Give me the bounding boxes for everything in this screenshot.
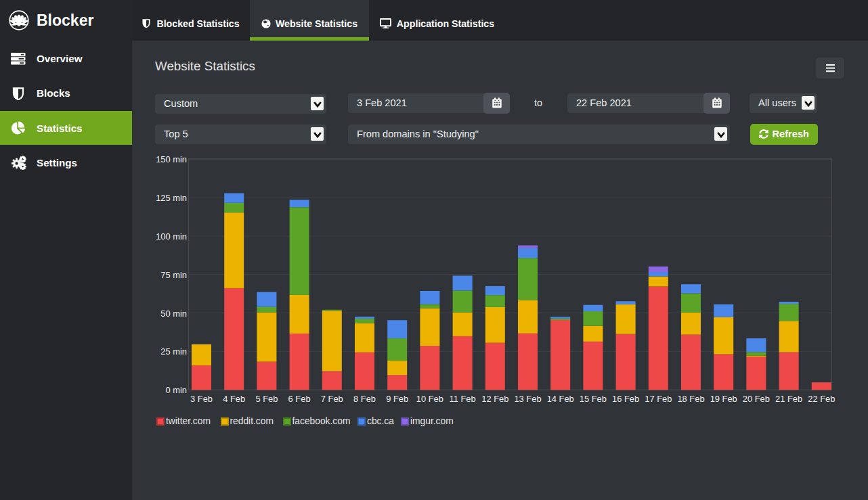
svg-text:22 Feb: 22 Feb: [808, 394, 835, 404]
svg-text:75 min: 75 min: [160, 270, 187, 280]
svg-text:17 Feb: 17 Feb: [645, 394, 672, 404]
svg-text:8 Feb: 8 Feb: [353, 394, 376, 404]
svg-text:12 Feb: 12 Feb: [481, 394, 508, 404]
svg-text:13 Feb: 13 Feb: [514, 394, 541, 404]
svg-text:6 Feb: 6 Feb: [288, 394, 311, 404]
svg-text:25 min: 25 min: [160, 346, 187, 357]
svg-text:3 Feb: 3 Feb: [190, 394, 213, 404]
svg-text:7 Feb: 7 Feb: [321, 394, 343, 404]
svg-text:100 min: 100 min: [156, 231, 187, 242]
svg-text:14 Feb: 14 Feb: [547, 394, 574, 404]
svg-text:4 Feb: 4 Feb: [223, 394, 245, 404]
svg-text:15 Feb: 15 Feb: [580, 394, 607, 404]
svg-text:150 min: 150 min: [156, 154, 187, 164]
svg-text:10 Feb: 10 Feb: [416, 394, 443, 404]
svg-text:0 min: 0 min: [165, 385, 187, 395]
svg-text:50 min: 50 min: [160, 309, 187, 319]
svg-text:21 Feb: 21 Feb: [775, 394, 802, 404]
svg-text:18 Feb: 18 Feb: [677, 394, 704, 404]
svg-text:20 Feb: 20 Feb: [743, 394, 770, 404]
svg-text:5 Feb: 5 Feb: [255, 394, 278, 404]
svg-text:9 Feb: 9 Feb: [386, 394, 408, 404]
svg-text:19 Feb: 19 Feb: [710, 394, 737, 404]
svg-text:11 Feb: 11 Feb: [450, 394, 476, 404]
svg-text:125 min: 125 min: [156, 193, 187, 203]
svg-text:16 Feb: 16 Feb: [612, 394, 639, 404]
